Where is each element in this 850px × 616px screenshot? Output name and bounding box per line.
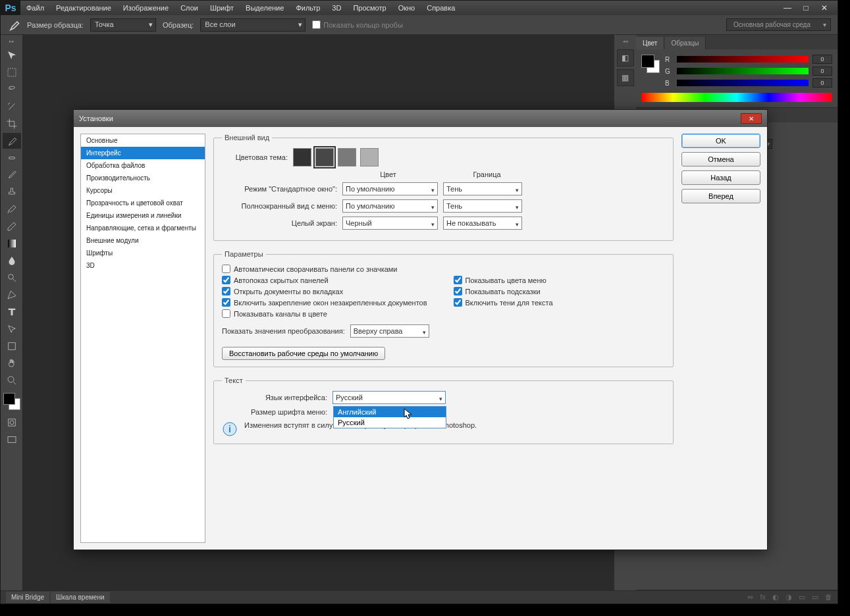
sample-size-select[interactable]: Точка bbox=[90, 18, 156, 32]
next-button[interactable]: Вперед bbox=[681, 189, 760, 203]
channels-color-checkbox[interactable]: Показывать каналы в цвете bbox=[222, 309, 665, 318]
menu-file[interactable]: Файл bbox=[20, 1, 50, 14]
navigator-icon[interactable]: ▦ bbox=[617, 69, 634, 86]
menu-window[interactable]: Окно bbox=[392, 1, 421, 14]
green-slider[interactable] bbox=[677, 68, 809, 74]
standard-border-select[interactable]: Тень bbox=[443, 182, 522, 195]
move-tool[interactable] bbox=[3, 47, 21, 63]
fullscreen-menu-color-select[interactable]: По умолчанию bbox=[342, 199, 438, 213]
standard-color-select[interactable]: По умолчанию bbox=[342, 182, 438, 195]
type-tool[interactable] bbox=[3, 304, 21, 320]
hue-strip[interactable] bbox=[641, 93, 832, 102]
language-option-russian[interactable]: Русский bbox=[334, 417, 446, 428]
menu-select[interactable]: Выделение bbox=[240, 1, 290, 14]
lasso-tool[interactable] bbox=[3, 82, 21, 97]
open-tabs-checkbox[interactable]: Открыть документы во вкладках bbox=[222, 287, 434, 295]
blue-value[interactable]: 0 bbox=[812, 78, 832, 88]
red-value[interactable]: 0 bbox=[812, 55, 832, 64]
eraser-tool[interactable] bbox=[3, 218, 21, 234]
category-производительность[interactable]: Производительность bbox=[81, 172, 205, 184]
fullscreen-color-select[interactable]: Черный bbox=[342, 217, 438, 230]
menu-type[interactable]: Шрифт bbox=[204, 1, 240, 14]
hand-tool[interactable] bbox=[3, 355, 21, 371]
category-интерфейс[interactable]: Интерфейс bbox=[81, 147, 205, 159]
category-3d[interactable]: 3D bbox=[81, 259, 205, 272]
blue-slider[interactable] bbox=[677, 80, 809, 86]
timeline-tab[interactable]: Шкала времени bbox=[51, 592, 109, 603]
panel-color-swatches[interactable] bbox=[641, 55, 660, 73]
auto-show-checkbox[interactable]: Автопоказ скрытых панелей bbox=[222, 276, 434, 284]
category-внешние-модули[interactable]: Внешние модули bbox=[81, 234, 205, 247]
menu-filter[interactable]: Фильтр bbox=[290, 1, 326, 14]
language-option-english[interactable]: Английский bbox=[334, 407, 446, 417]
menu-edit[interactable]: Редактирование bbox=[50, 1, 117, 14]
fullscreen-menu-border-select[interactable]: Тень bbox=[443, 199, 522, 213]
category-единицы-измерения-и-линейки[interactable]: Единицы измерения и линейки bbox=[81, 209, 205, 222]
dialog-close-button[interactable]: ✕ bbox=[741, 113, 762, 124]
pen-tool[interactable] bbox=[3, 287, 21, 303]
heal-tool[interactable] bbox=[3, 150, 21, 166]
gradient-tool[interactable] bbox=[3, 236, 21, 251]
color-tab[interactable]: Цвет bbox=[636, 37, 664, 49]
shape-tool[interactable] bbox=[3, 338, 21, 354]
category-обработка-файлов[interactable]: Обработка файлов bbox=[81, 159, 205, 172]
restore-workspaces-button[interactable]: Восстановить рабочие среды по умолчанию bbox=[222, 347, 385, 360]
prev-button[interactable]: Назад bbox=[681, 170, 760, 185]
category-прозрачность-и-цветовой-охват[interactable]: Прозрачность и цветовой охват bbox=[81, 197, 205, 209]
brush-tool[interactable] bbox=[3, 167, 21, 183]
workspace-switcher[interactable]: Основная рабочая среда bbox=[726, 18, 831, 31]
wand-tool[interactable] bbox=[3, 99, 21, 115]
theme-swatch-1[interactable] bbox=[315, 148, 334, 167]
sample-source-select[interactable]: Все слои bbox=[200, 18, 305, 32]
crop-tool[interactable] bbox=[3, 116, 21, 132]
quickmask-tool[interactable] bbox=[3, 415, 21, 430]
menu-3d[interactable]: 3D bbox=[326, 1, 347, 14]
new-icon[interactable]: ▭ bbox=[812, 593, 818, 602]
swatches-tab[interactable]: Образцы bbox=[664, 37, 706, 49]
green-value[interactable]: 0 bbox=[812, 66, 832, 76]
close-button[interactable]: ✕ bbox=[818, 3, 831, 13]
cancel-button[interactable]: Отмена bbox=[681, 152, 760, 167]
category-курсоры[interactable]: Курсоры bbox=[81, 184, 205, 197]
fullscreen-border-select[interactable]: Не показывать bbox=[443, 217, 522, 230]
zoom-tool[interactable] bbox=[3, 372, 21, 388]
histogram-icon[interactable]: ◧ bbox=[617, 49, 634, 66]
marquee-tool[interactable] bbox=[3, 64, 21, 80]
path-select-tool[interactable] bbox=[3, 321, 21, 337]
folder-icon[interactable]: ▭ bbox=[799, 593, 805, 602]
maximize-button[interactable]: □ bbox=[799, 3, 812, 13]
menu-help[interactable]: Справка bbox=[421, 1, 461, 14]
enable-dock-checkbox[interactable]: Включить закрепление окон незакрепленных… bbox=[222, 298, 434, 307]
red-slider[interactable] bbox=[677, 56, 809, 63]
minimize-button[interactable]: — bbox=[781, 3, 794, 13]
category-основные[interactable]: Основные bbox=[81, 134, 205, 147]
theme-swatch-2[interactable] bbox=[338, 148, 356, 167]
dodge-tool[interactable] bbox=[3, 270, 21, 286]
blur-tool[interactable] bbox=[3, 253, 21, 269]
menu-view[interactable]: Просмотр bbox=[347, 1, 392, 14]
ui-language-select[interactable]: Русский bbox=[332, 391, 446, 404]
screenmode-tool[interactable] bbox=[3, 432, 21, 448]
history-brush-tool[interactable] bbox=[3, 201, 21, 217]
link-icon[interactable]: ⇔ bbox=[747, 593, 753, 602]
eyedropper-tool[interactable] bbox=[3, 133, 21, 149]
fx-icon[interactable]: fx bbox=[760, 593, 766, 602]
category-шрифты[interactable]: Шрифты bbox=[81, 247, 205, 259]
theme-swatch-3[interactable] bbox=[360, 148, 379, 167]
adjust-icon[interactable]: ◑ bbox=[785, 593, 792, 602]
auto-collapse-checkbox[interactable]: Автоматически сворачивать панели со знач… bbox=[222, 265, 665, 273]
tooltips-checkbox[interactable]: Показывать подсказки bbox=[454, 287, 666, 295]
transform-values-select[interactable]: Вверху справа bbox=[350, 324, 429, 338]
menu-image[interactable]: Изображение bbox=[117, 1, 174, 14]
color-swatches[interactable] bbox=[3, 393, 20, 410]
ok-button[interactable]: OK bbox=[681, 134, 760, 148]
stamp-tool[interactable] bbox=[3, 184, 21, 200]
mini-bridge-tab[interactable]: Mini Bridge bbox=[6, 592, 49, 603]
menu-layer[interactable]: Слои bbox=[174, 1, 204, 14]
category-направляющие,-сетка-и-фрагменты[interactable]: Направляющие, сетка и фрагменты bbox=[81, 222, 205, 234]
show-ring-checkbox[interactable]: Показать кольцо пробы bbox=[312, 20, 403, 29]
theme-swatch-0[interactable] bbox=[293, 148, 311, 167]
menu-colors-checkbox[interactable]: Показывать цвета меню bbox=[454, 276, 666, 284]
trash-icon[interactable]: 🗑 bbox=[825, 593, 832, 602]
mask-icon[interactable]: ◐ bbox=[772, 593, 779, 602]
